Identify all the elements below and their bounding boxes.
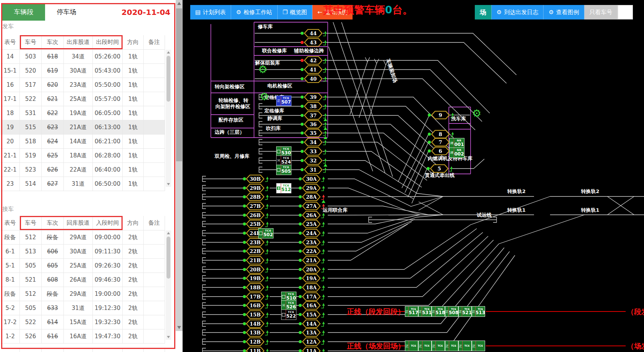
track-badge-28A[interactable]: 28A bbox=[303, 193, 320, 201]
table-row[interactable]: 17-152262125A道05:57:001轨 bbox=[1, 92, 165, 106]
track-badge-24A[interactable]: 24A bbox=[303, 229, 320, 237]
track-badge-8[interactable]: 8 bbox=[432, 130, 449, 138]
scrollbar-thumb[interactable] bbox=[176, 8, 182, 161]
scroll-down-icon[interactable] bbox=[177, 326, 181, 329]
table-row[interactable]: 段备512段备29A道19:00:002轨 bbox=[1, 287, 165, 301]
track-badge-18B[interactable]: 18B bbox=[246, 284, 264, 291]
tab-depot[interactable]: 车辆段 bbox=[2, 3, 45, 21]
table-row[interactable]: 1853162219A道06:05:001轨 bbox=[1, 106, 165, 120]
track-badge-22B[interactable]: 22B bbox=[246, 247, 264, 255]
track-badge-19B[interactable]: 19B bbox=[246, 274, 264, 282]
track-badge-21A[interactable]: 21A bbox=[303, 256, 320, 264]
table-row[interactable]: 1-252661616A道19:47:302轨 bbox=[1, 329, 165, 344]
track-badge-40[interactable]: 40 bbox=[304, 75, 322, 83]
track-badge-20A[interactable]: 20A bbox=[303, 266, 320, 273]
toolbar-button-场[interactable]: 场 bbox=[475, 5, 492, 19]
track-badge-15B[interactable]: 15B bbox=[246, 311, 264, 318]
track-badge-32[interactable]: 32 bbox=[304, 157, 322, 164]
track-badge-36[interactable]: 36 bbox=[304, 120, 322, 128]
table-row[interactable]: 6-151360630A道09:11:302轨 bbox=[1, 245, 165, 259]
departure-table-scrollbar[interactable] bbox=[166, 50, 171, 187]
track-badge-27A[interactable]: 27A bbox=[303, 202, 320, 210]
arrival-table-scrollbar[interactable] bbox=[166, 230, 171, 340]
table-row[interactable]: 2051862414A道06:21:001轨 bbox=[1, 135, 165, 149]
table-row[interactable]: 17-252261415A道19:32:302轨 bbox=[1, 315, 165, 329]
table-row[interactable]: 2351462731道06:50:001轨 bbox=[1, 177, 165, 191]
gear-alert-icon[interactable]: ⚙ bbox=[260, 91, 269, 102]
track-badge-5[interactable]: 5 bbox=[430, 165, 448, 172]
track-badge-44[interactable]: 44 bbox=[304, 29, 322, 37]
track-badge-43[interactable]: 43 bbox=[304, 39, 322, 46]
tab-parking[interactable]: 停车场 bbox=[45, 3, 88, 21]
track-badge-29A[interactable]: 29A bbox=[303, 184, 320, 192]
track-badge-13B[interactable]: 13B bbox=[246, 329, 264, 336]
track-badge-18A[interactable]: 18A bbox=[303, 284, 320, 291]
scrollbar-thumb[interactable] bbox=[167, 237, 170, 279]
table-row[interactable]: 段备512段备29A道09:00:002轨 bbox=[1, 230, 165, 245]
scrollbar-thumb[interactable] bbox=[167, 56, 170, 102]
toolbar-button-计划列表[interactable]: ▤计划列表 bbox=[190, 5, 231, 19]
track-badge-22A[interactable]: 22A bbox=[303, 247, 320, 255]
track-badge-17A[interactable]: 17A bbox=[303, 293, 320, 300]
toolbar-button-只看车号[interactable]: 只看车号 bbox=[584, 5, 618, 19]
track-badge-41[interactable]: 41 bbox=[304, 66, 322, 73]
track-badge-14B[interactable]: 14B bbox=[246, 320, 264, 328]
track-badge-26A[interactable]: 26A bbox=[303, 211, 320, 219]
scroll-down-icon[interactable] bbox=[167, 183, 170, 185]
track-badge-21B[interactable]: 21B bbox=[246, 256, 264, 264]
track-badge-17B[interactable]: 17B bbox=[246, 293, 264, 300]
track-badge-23A[interactable]: 23A bbox=[303, 238, 320, 246]
scroll-up-icon[interactable] bbox=[167, 51, 170, 54]
toolbar-button-查看图例[interactable]: ⚙查看图例 bbox=[544, 5, 584, 19]
panel-scrollbar[interactable] bbox=[176, 0, 183, 331]
table-row[interactable]: 15-152061930A道05:43:001轨 bbox=[1, 64, 165, 78]
table-row[interactable]: 21-151962518A道06:28:001轨 bbox=[1, 149, 165, 163]
table-row[interactable]: 1450361834道05:26:001轨 bbox=[1, 50, 165, 64]
track-badge-25A[interactable]: 25A bbox=[303, 220, 320, 228]
table-row[interactable]: 1951562321A道06:13:001轨 bbox=[1, 120, 165, 135]
track-badge-13A[interactable]: 13A bbox=[303, 329, 320, 336]
track-badge-23B[interactable]: 23B bbox=[246, 238, 264, 246]
track-badge-26B[interactable]: 26B bbox=[246, 211, 264, 219]
track-badge-33[interactable]: 33 bbox=[304, 148, 322, 155]
track-badge-38[interactable]: 38 bbox=[304, 102, 322, 110]
track-badge-14A[interactable]: 14A bbox=[303, 320, 320, 328]
table-row[interactable]: 5-250563331道19:12:302轨 bbox=[1, 301, 165, 315]
track-badge-11A[interactable]: 11A bbox=[303, 347, 320, 352]
track-badge-16A[interactable]: 16A bbox=[303, 302, 320, 309]
track-badge-9[interactable]: 9 bbox=[432, 111, 449, 119]
table-row[interactable]: 22-152362622A道06:40:001轨 bbox=[1, 163, 165, 177]
track-badge-19A[interactable]: 19A bbox=[303, 274, 320, 282]
toolbar-button-概览图[interactable]: ❐概览图 bbox=[278, 5, 312, 19]
track-badge-35[interactable]: 35 bbox=[304, 129, 322, 137]
table-row[interactable]: 8-152160826A道09:46:302轨 bbox=[1, 273, 165, 287]
track-badge-20B[interactable]: 20B bbox=[246, 266, 264, 273]
table-row[interactable]: 1651762023A道05:50:001轨 bbox=[1, 78, 165, 92]
table-row[interactable]: 5-150560525A道09:26:302轨 bbox=[1, 259, 165, 273]
scroll-up-icon[interactable] bbox=[177, 2, 181, 5]
track-badge-25B[interactable]: 25B bbox=[246, 220, 264, 228]
track-badge-39[interactable]: 39 bbox=[304, 93, 322, 101]
track-badge-34[interactable]: 34 bbox=[304, 138, 322, 146]
toolbar-button-检修工作站[interactable]: ⚙检修工作站 bbox=[231, 5, 277, 19]
track-badge-37[interactable]: 37 bbox=[304, 112, 322, 119]
track-badge-12A[interactable]: 12A bbox=[303, 338, 320, 346]
gear-alert-icon[interactable]: ⚙ bbox=[472, 107, 481, 119]
track-badge-6[interactable]: 6 bbox=[432, 147, 449, 155]
track-badge-7[interactable]: 7 bbox=[432, 138, 449, 146]
track-badge-12B[interactable]: 12B bbox=[246, 338, 264, 346]
toolbar-button-到达出发日志[interactable]: ⚙到达出发日志 bbox=[492, 5, 544, 19]
track-badge-24B[interactable]: 24B bbox=[246, 229, 264, 237]
track-badge-31[interactable]: 31 bbox=[304, 166, 322, 174]
only-trainno-indicator[interactable] bbox=[618, 5, 633, 19]
track-badge-27B[interactable]: 27B bbox=[246, 202, 264, 210]
track-badge-28B[interactable]: 28B bbox=[246, 193, 264, 201]
scroll-up-icon[interactable] bbox=[167, 232, 170, 234]
gear-alert-icon[interactable]: ⚙ bbox=[258, 63, 267, 75]
track-badge-29B[interactable]: 29B bbox=[246, 184, 264, 192]
track-badge-11B[interactable]: 11B bbox=[246, 347, 264, 352]
track-badge-16B[interactable]: 16B bbox=[246, 302, 264, 309]
track-badge-42[interactable]: 42 bbox=[304, 57, 322, 64]
track-badge-30B[interactable]: 30B bbox=[246, 175, 264, 183]
scroll-down-icon[interactable] bbox=[167, 336, 170, 338]
